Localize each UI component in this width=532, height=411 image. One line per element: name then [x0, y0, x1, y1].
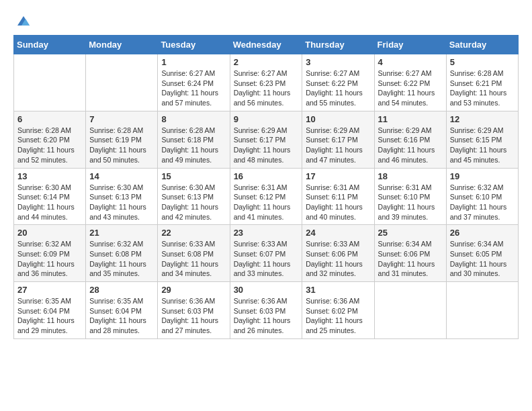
day-info: Sunrise: 6:28 AM Sunset: 6:20 PM Dayligh…	[17, 126, 82, 165]
day-number: 21	[89, 228, 154, 238]
calendar-cell: 28Sunrise: 6:35 AM Sunset: 6:04 PM Dayli…	[86, 282, 158, 339]
logo-icon	[16, 13, 31, 28]
calendar-cell: 1Sunrise: 6:27 AM Sunset: 6:24 PM Daylig…	[158, 54, 230, 111]
calendar-cell: 22Sunrise: 6:33 AM Sunset: 6:08 PM Dayli…	[158, 225, 230, 282]
calendar-week-row: 13Sunrise: 6:30 AM Sunset: 6:14 PM Dayli…	[14, 168, 519, 225]
calendar-cell: 8Sunrise: 6:28 AM Sunset: 6:18 PM Daylig…	[158, 111, 230, 168]
day-number: 30	[234, 285, 299, 295]
day-info: Sunrise: 6:29 AM Sunset: 6:15 PM Dayligh…	[450, 126, 515, 165]
calendar-cell: 17Sunrise: 6:31 AM Sunset: 6:11 PM Dayli…	[302, 168, 374, 225]
day-info: Sunrise: 6:27 AM Sunset: 6:22 PM Dayligh…	[306, 68, 370, 108]
calendar-cell: 4Sunrise: 6:27 AM Sunset: 6:22 PM Daylig…	[374, 54, 446, 111]
day-info: Sunrise: 6:28 AM Sunset: 6:21 PM Dayligh…	[450, 68, 515, 108]
day-info: Sunrise: 6:28 AM Sunset: 6:19 PM Dayligh…	[89, 126, 154, 165]
day-info: Sunrise: 6:32 AM Sunset: 6:09 PM Dayligh…	[17, 239, 82, 279]
calendar-cell: 14Sunrise: 6:30 AM Sunset: 6:13 PM Dayli…	[86, 168, 158, 225]
day-number: 13	[17, 171, 82, 181]
day-number: 26	[450, 228, 515, 238]
day-info: Sunrise: 6:29 AM Sunset: 6:17 PM Dayligh…	[234, 126, 299, 165]
calendar-week-row: 27Sunrise: 6:35 AM Sunset: 6:04 PM Dayli…	[14, 282, 519, 339]
day-number: 5	[450, 57, 515, 67]
day-info: Sunrise: 6:31 AM Sunset: 6:11 PM Dayligh…	[306, 183, 370, 222]
calendar-cell	[86, 54, 158, 111]
calendar-cell: 9Sunrise: 6:29 AM Sunset: 6:17 PM Daylig…	[230, 111, 302, 168]
day-number: 7	[89, 114, 154, 124]
calendar-cell: 24Sunrise: 6:33 AM Sunset: 6:06 PM Dayli…	[302, 225, 374, 282]
calendar-cell: 7Sunrise: 6:28 AM Sunset: 6:19 PM Daylig…	[86, 111, 158, 168]
calendar-header-row: SundayMondayTuesdayWednesdayThursdayFrid…	[14, 36, 519, 54]
day-info: Sunrise: 6:29 AM Sunset: 6:16 PM Dayligh…	[378, 126, 443, 165]
day-number: 8	[161, 114, 226, 124]
day-info: Sunrise: 6:33 AM Sunset: 6:06 PM Dayligh…	[306, 239, 370, 279]
calendar-header-thursday: Thursday	[302, 36, 374, 54]
calendar-cell: 12Sunrise: 6:29 AM Sunset: 6:15 PM Dayli…	[446, 111, 518, 168]
calendar-cell: 18Sunrise: 6:31 AM Sunset: 6:10 PM Dayli…	[374, 168, 446, 225]
calendar-cell: 13Sunrise: 6:30 AM Sunset: 6:14 PM Dayli…	[14, 168, 86, 225]
day-number: 31	[306, 285, 370, 295]
calendar-cell: 2Sunrise: 6:27 AM Sunset: 6:23 PM Daylig…	[230, 54, 302, 111]
day-number: 17	[306, 171, 370, 181]
day-info: Sunrise: 6:31 AM Sunset: 6:10 PM Dayligh…	[378, 183, 443, 222]
calendar-header-monday: Monday	[86, 36, 158, 54]
day-info: Sunrise: 6:27 AM Sunset: 6:24 PM Dayligh…	[161, 68, 226, 108]
day-info: Sunrise: 6:32 AM Sunset: 6:10 PM Dayligh…	[450, 183, 515, 222]
day-number: 2	[234, 57, 299, 67]
day-info: Sunrise: 6:29 AM Sunset: 6:17 PM Dayligh…	[306, 126, 370, 165]
calendar-cell: 21Sunrise: 6:32 AM Sunset: 6:08 PM Dayli…	[86, 225, 158, 282]
calendar-cell: 25Sunrise: 6:34 AM Sunset: 6:06 PM Dayli…	[374, 225, 446, 282]
day-info: Sunrise: 6:27 AM Sunset: 6:22 PM Dayligh…	[378, 68, 443, 108]
page-header	[13, 13, 519, 28]
day-number: 16	[234, 171, 299, 181]
day-number: 27	[17, 285, 82, 295]
calendar-cell: 10Sunrise: 6:29 AM Sunset: 6:17 PM Dayli…	[302, 111, 374, 168]
day-number: 11	[378, 114, 443, 124]
calendar-header-friday: Friday	[374, 36, 446, 54]
day-number: 18	[378, 171, 443, 181]
calendar-cell: 31Sunrise: 6:36 AM Sunset: 6:02 PM Dayli…	[302, 282, 374, 339]
day-number: 12	[450, 114, 515, 124]
day-info: Sunrise: 6:34 AM Sunset: 6:06 PM Dayligh…	[378, 239, 443, 279]
calendar-header-tuesday: Tuesday	[158, 36, 230, 54]
day-number: 9	[234, 114, 299, 124]
calendar-cell: 11Sunrise: 6:29 AM Sunset: 6:16 PM Dayli…	[374, 111, 446, 168]
calendar-cell: 27Sunrise: 6:35 AM Sunset: 6:04 PM Dayli…	[14, 282, 86, 339]
day-info: Sunrise: 6:35 AM Sunset: 6:04 PM Dayligh…	[89, 296, 154, 336]
day-info: Sunrise: 6:30 AM Sunset: 6:14 PM Dayligh…	[17, 183, 82, 222]
day-number: 20	[17, 228, 82, 238]
day-info: Sunrise: 6:34 AM Sunset: 6:05 PM Dayligh…	[450, 239, 515, 279]
calendar-cell: 16Sunrise: 6:31 AM Sunset: 6:12 PM Dayli…	[230, 168, 302, 225]
calendar-cell: 20Sunrise: 6:32 AM Sunset: 6:09 PM Dayli…	[14, 225, 86, 282]
calendar-cell: 19Sunrise: 6:32 AM Sunset: 6:10 PM Dayli…	[446, 168, 518, 225]
day-info: Sunrise: 6:31 AM Sunset: 6:12 PM Dayligh…	[234, 183, 299, 222]
day-number: 4	[378, 57, 443, 67]
day-info: Sunrise: 6:36 AM Sunset: 6:03 PM Dayligh…	[161, 296, 226, 336]
calendar-table: SundayMondayTuesdayWednesdayThursdayFrid…	[13, 35, 519, 339]
calendar-week-row: 6Sunrise: 6:28 AM Sunset: 6:20 PM Daylig…	[14, 111, 519, 168]
day-info: Sunrise: 6:36 AM Sunset: 6:03 PM Dayligh…	[234, 296, 299, 336]
day-number: 28	[89, 285, 154, 295]
day-number: 22	[161, 228, 226, 238]
day-info: Sunrise: 6:30 AM Sunset: 6:13 PM Dayligh…	[161, 183, 226, 222]
day-info: Sunrise: 6:33 AM Sunset: 6:08 PM Dayligh…	[161, 239, 226, 279]
day-info: Sunrise: 6:32 AM Sunset: 6:08 PM Dayligh…	[89, 239, 154, 279]
calendar-week-row: 1Sunrise: 6:27 AM Sunset: 6:24 PM Daylig…	[14, 54, 519, 111]
calendar-cell	[14, 54, 86, 111]
day-number: 10	[306, 114, 370, 124]
day-number: 6	[17, 114, 82, 124]
day-info: Sunrise: 6:35 AM Sunset: 6:04 PM Dayligh…	[17, 296, 82, 336]
day-number: 14	[89, 171, 154, 181]
calendar-header-saturday: Saturday	[446, 36, 518, 54]
calendar-cell: 23Sunrise: 6:33 AM Sunset: 6:07 PM Dayli…	[230, 225, 302, 282]
day-info: Sunrise: 6:33 AM Sunset: 6:07 PM Dayligh…	[234, 239, 299, 279]
day-number: 25	[378, 228, 443, 238]
calendar-cell: 3Sunrise: 6:27 AM Sunset: 6:22 PM Daylig…	[302, 54, 374, 111]
calendar-cell: 5Sunrise: 6:28 AM Sunset: 6:21 PM Daylig…	[446, 54, 518, 111]
day-number: 19	[450, 171, 515, 181]
calendar-week-row: 20Sunrise: 6:32 AM Sunset: 6:09 PM Dayli…	[14, 225, 519, 282]
day-number: 23	[234, 228, 299, 238]
day-number: 24	[306, 228, 370, 238]
calendar-cell: 6Sunrise: 6:28 AM Sunset: 6:20 PM Daylig…	[14, 111, 86, 168]
calendar-cell: 30Sunrise: 6:36 AM Sunset: 6:03 PM Dayli…	[230, 282, 302, 339]
calendar-header-sunday: Sunday	[14, 36, 86, 54]
day-info: Sunrise: 6:27 AM Sunset: 6:23 PM Dayligh…	[234, 68, 299, 108]
